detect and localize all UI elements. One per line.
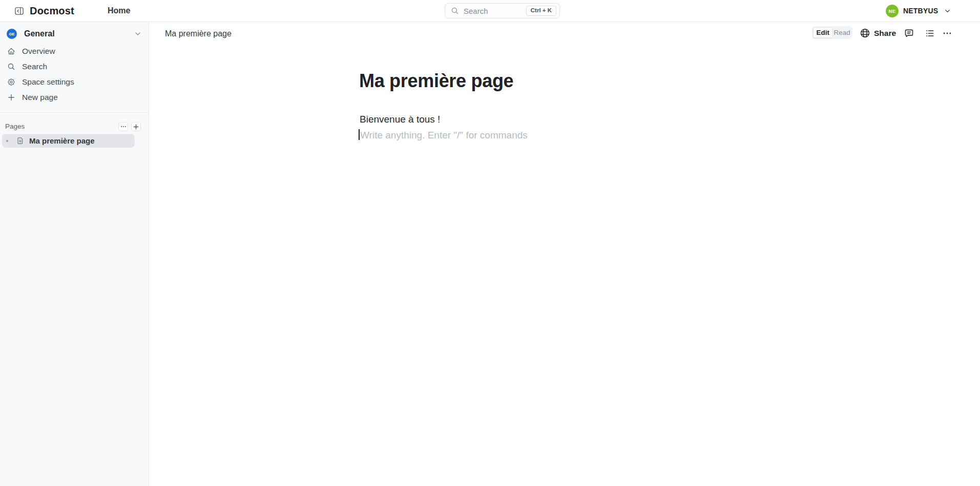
sidebar-item-label: Space settings xyxy=(22,77,74,87)
user-menu[interactable]: NE NETBYUS xyxy=(886,0,951,22)
sidebar-item-space-settings[interactable]: Space settings xyxy=(2,74,147,90)
space-switcher[interactable]: GE General xyxy=(0,26,149,42)
list-icon xyxy=(925,28,935,38)
search-placeholder: Search xyxy=(464,7,526,15)
breadcrumb[interactable]: Ma première page xyxy=(165,29,232,39)
share-label: Share xyxy=(874,29,896,38)
read-mode-button[interactable]: Read xyxy=(833,27,852,38)
gear-icon xyxy=(7,78,15,86)
mode-toggle: Edit Read xyxy=(812,26,852,39)
share-button[interactable]: Share xyxy=(860,26,896,40)
page-title[interactable]: Ma première page xyxy=(359,70,513,92)
space-badge: GE xyxy=(7,29,17,39)
comment-icon xyxy=(904,28,914,38)
comments-button[interactable] xyxy=(904,26,914,40)
sidebar-item-label: New page xyxy=(22,93,58,102)
main-area: Ma première page Edit Read Share xyxy=(149,22,980,486)
sidebar-item-search[interactable]: Search xyxy=(2,59,147,74)
chevron-down-icon xyxy=(134,30,142,38)
pages-more-button[interactable] xyxy=(118,122,128,131)
user-name: NETBYUS xyxy=(903,7,938,15)
sidebar-toggle-button[interactable] xyxy=(14,6,24,16)
page-more-button[interactable] xyxy=(942,26,952,40)
search-icon xyxy=(451,7,459,15)
ellipsis-icon xyxy=(942,28,952,38)
table-of-contents-button[interactable] xyxy=(925,26,935,40)
search-shortcut-badge: Ctrl + K xyxy=(526,6,556,16)
edit-mode-button[interactable]: Edit xyxy=(813,27,833,38)
chevron-down-icon xyxy=(944,7,951,15)
bullet-icon xyxy=(6,140,8,142)
home-link[interactable]: Home xyxy=(108,0,130,22)
search-input[interactable]: Search Ctrl + K xyxy=(445,3,560,18)
search-icon xyxy=(7,63,15,71)
sidebar-item-overview[interactable]: Overview xyxy=(2,44,147,59)
space-name: General xyxy=(24,29,55,38)
home-icon xyxy=(7,47,15,55)
plus-icon xyxy=(133,124,139,130)
globe-icon xyxy=(860,28,870,38)
pages-section-label: Pages xyxy=(5,123,25,130)
page-tree-item-title: Ma première page xyxy=(29,136,95,145)
sidebar-item-label: Search xyxy=(22,62,47,71)
avatar: NE xyxy=(886,5,899,17)
app-logo[interactable]: Docmost xyxy=(30,0,74,22)
sidebar-item-new-page[interactable]: New page xyxy=(2,90,147,105)
sidebar: GE General Overview xyxy=(0,22,149,486)
sidebar-item-label: Overview xyxy=(22,47,55,56)
text-cursor xyxy=(359,129,360,140)
app-window: Docmost Home Search Ctrl + K NE NETBYUS … xyxy=(0,0,980,486)
divider xyxy=(0,112,149,113)
pages-add-button[interactable] xyxy=(131,122,141,131)
pages-section-header: Pages xyxy=(0,119,149,134)
editor-placeholder[interactable]: Write anything. Enter "/" for commands xyxy=(360,129,528,142)
plus-icon xyxy=(7,93,15,102)
ellipsis-icon xyxy=(120,124,127,130)
topbar: Docmost Home Search Ctrl + K NE NETBYUS xyxy=(0,0,980,22)
page-tree-item-selected[interactable]: Ma première page xyxy=(2,134,135,148)
paragraph-text[interactable]: Bienvenue à tous ! xyxy=(360,113,440,126)
panel-left-collapse-icon xyxy=(14,6,24,16)
file-icon xyxy=(16,137,24,145)
sidebar-nav: Overview Search Space settings xyxy=(0,44,149,105)
